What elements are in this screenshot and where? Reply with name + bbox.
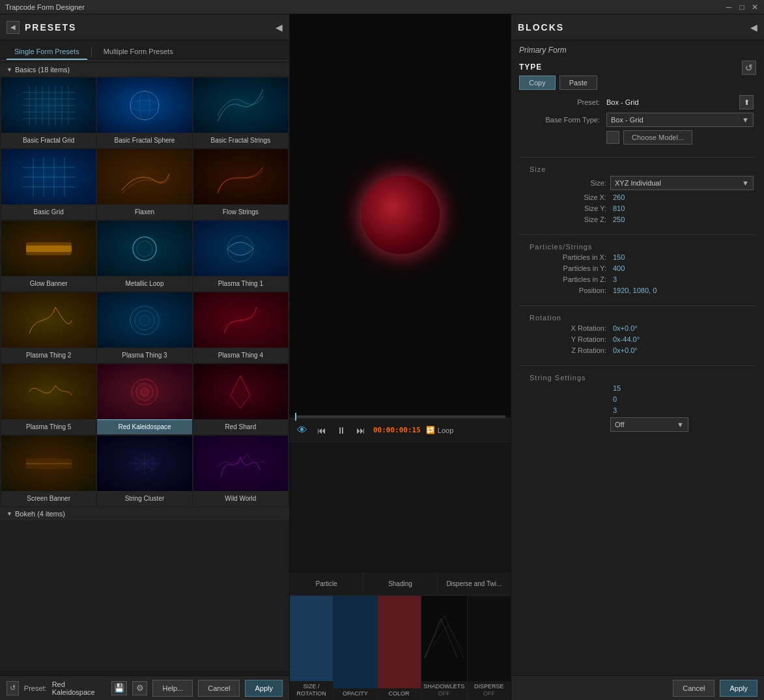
- size-type-dropdown[interactable]: XYZ Individual ▼: [610, 176, 754, 190]
- preset-thumbnail: [1, 221, 96, 276]
- preset-item-basic-fractal-sphere[interactable]: Basic Fractal Sphere: [97, 77, 191, 148]
- timeline-position: [295, 413, 296, 421]
- string-val3-value[interactable]: 3: [613, 406, 617, 414]
- preset-label: Glow Banner: [1, 276, 96, 291]
- preset-label: Flow Strings: [193, 204, 288, 219]
- base-form-dropdown[interactable]: Box - Grid ▼: [606, 113, 754, 127]
- dropdown-arrow: ▼: [742, 116, 749, 124]
- preset-export-button[interactable]: ⬆: [739, 95, 754, 109]
- particle-thumb-shadowlets[interactable]: SHADOWLETS OFF: [421, 596, 468, 700]
- preset-thumbnail: [97, 77, 191, 133]
- preset-item-plasma1[interactable]: Plasma Thing 1: [193, 221, 288, 291]
- size-y-row: Size Y: 810: [519, 204, 756, 212]
- size-y-value[interactable]: 810: [613, 204, 625, 212]
- preset-item-plasma3[interactable]: Plasma Thing 3: [97, 292, 191, 363]
- size-z-value[interactable]: 250: [613, 216, 625, 223]
- copy-button[interactable]: Copy: [519, 76, 556, 90]
- thumb-svg: [23, 301, 75, 340]
- preset-item-basic-grid[interactable]: Basic Grid: [1, 149, 96, 219]
- right-apply-button[interactable]: Apply: [720, 680, 757, 697]
- preset-item-red-kaleido[interactable]: Red Kaleidospace: [97, 364, 191, 434]
- preset-item-red-shard[interactable]: Red Shard: [193, 364, 288, 434]
- blocks-collapse-arrow[interactable]: ◀: [750, 22, 757, 33]
- tab-particle[interactable]: Particle: [290, 572, 363, 595]
- particle-thumb-size-rotation[interactable]: SIZE / ROTATION: [290, 596, 333, 700]
- timeline-bar[interactable]: [295, 415, 505, 418]
- presets-collapse-arrow[interactable]: ◀: [276, 22, 283, 33]
- preset-thumbnail: [97, 364, 191, 419]
- particles-header: Particles/Strings: [519, 240, 756, 253]
- loop-button[interactable]: 🔁 Loop: [426, 426, 453, 434]
- category-bokeh-label: Bokeh (4 items): [15, 510, 65, 518]
- string-dropdown[interactable]: Off ▼: [610, 417, 688, 432]
- preset-item-glow-banner[interactable]: Glow Banner: [1, 221, 96, 291]
- save-button[interactable]: 💾: [111, 681, 127, 695]
- x-rotation-row: X Rotation: 0x+0.0°: [519, 324, 756, 332]
- thumb-svg: [214, 229, 266, 268]
- category-basics[interactable]: ▼ Basics (18 items): [0, 63, 289, 76]
- cancel-button[interactable]: Cancel: [198, 680, 240, 697]
- tab-multiple-form[interactable]: Multiple Form Presets: [96, 44, 181, 60]
- presets-back-button[interactable]: ◀: [7, 21, 20, 34]
- reset-button[interactable]: ↺: [7, 681, 19, 695]
- tab-shading[interactable]: Shading: [363, 572, 437, 595]
- preset-thumbnail: [193, 292, 288, 348]
- preset-item-basic-fractal-grid[interactable]: Basic Fractal Grid: [1, 77, 96, 148]
- size-x-row: Size X: 260: [519, 193, 756, 201]
- skip-back-button[interactable]: ⏮: [315, 423, 329, 438]
- particle-thumb-disperse[interactable]: DISPERSE OFF: [468, 596, 511, 700]
- size-x-value[interactable]: 260: [613, 193, 625, 201]
- tab-disperse[interactable]: Disperse and Twi...: [438, 572, 511, 595]
- preset-item-metallic-loop[interactable]: Metallic Loop: [97, 221, 191, 291]
- skip-forward-button[interactable]: ⏭: [354, 423, 368, 438]
- preset-label: Plasma Thing 5: [1, 419, 96, 434]
- right-cancel-button[interactable]: Cancel: [673, 680, 714, 697]
- minimize-btn[interactable]: ─: [725, 3, 733, 11]
- choose-model-button[interactable]: Choose Model...: [623, 130, 692, 145]
- particles-x-value[interactable]: 150: [613, 253, 625, 261]
- preset-item-string-cluster[interactable]: String Cluster: [97, 436, 191, 506]
- reset-type-button[interactable]: ↺: [742, 61, 756, 75]
- preset-label: Basic Fractal Grid: [1, 133, 96, 148]
- preset-item-wild-world[interactable]: Wild World: [193, 436, 288, 506]
- preset-item-basic-fractal-strings[interactable]: Basic Fractal Strings: [193, 77, 288, 148]
- titlebar-title: Trapcode Form Designer: [5, 3, 85, 11]
- preset-item-flow-strings[interactable]: Flow Strings: [193, 149, 288, 219]
- particle-thumb-opacity[interactable]: OPACITY: [333, 596, 377, 700]
- preset-item-flaxen[interactable]: Flaxen: [97, 149, 191, 219]
- particles-y-value[interactable]: 400: [613, 264, 625, 272]
- close-btn[interactable]: ✕: [751, 3, 759, 11]
- help-button[interactable]: Help...: [152, 680, 193, 697]
- category-bokeh[interactable]: ▼ Bokeh (4 items): [0, 507, 289, 520]
- string-dropdown-value: Off: [615, 421, 624, 428]
- string-val2-value[interactable]: 0: [613, 395, 617, 403]
- x-rotation-value[interactable]: 0x+0.0°: [613, 324, 638, 332]
- preset-item-plasma5[interactable]: Plasma Thing 5: [1, 364, 96, 434]
- particles-y-label: Particles in Y:: [522, 264, 606, 272]
- particles-z-value[interactable]: 3: [613, 275, 617, 283]
- tab-single-form[interactable]: Single Form Presets: [7, 44, 87, 60]
- center-panel: 👁 ⏮ ⏸ ⏭ 00:00:00:15 🔁 Loop Particle Shad…: [290, 14, 511, 700]
- size-section: Size Size: XYZ Individual ▼ Size X: 260 …: [511, 161, 764, 231]
- rotation-header: Rotation: [519, 311, 756, 324]
- string-val1-value[interactable]: 15: [613, 384, 621, 392]
- pause-button[interactable]: ⏸: [334, 423, 348, 438]
- preset-item-screen-banner[interactable]: Screen Banner: [1, 436, 96, 506]
- blocks-title: BLOCKS: [518, 22, 564, 33]
- settings-button[interactable]: ⚙: [132, 681, 148, 695]
- eye-button[interactable]: 👁: [295, 423, 309, 438]
- size-type-label: Size:: [522, 179, 606, 187]
- paste-button[interactable]: Paste: [559, 76, 597, 90]
- string-dropdown-arrow: ▼: [677, 421, 684, 428]
- maximize-btn[interactable]: □: [738, 3, 746, 11]
- primary-form-title: Primary Form: [511, 40, 764, 57]
- apply-button[interactable]: Apply: [245, 680, 283, 697]
- position-value[interactable]: 1920, 1080, 0: [613, 287, 657, 294]
- y-rotation-value[interactable]: 0x-44.0°: [613, 335, 640, 343]
- preset-item-plasma2[interactable]: Plasma Thing 2: [1, 292, 96, 363]
- preset-label: Plasma Thing 1: [193, 276, 288, 291]
- particle-thumb-color[interactable]: COLOR: [378, 596, 421, 700]
- preset-item-plasma4[interactable]: Plasma Thing 4: [193, 292, 288, 363]
- type-buttons: Copy Paste: [519, 76, 756, 90]
- z-rotation-value[interactable]: 0x+0.0°: [613, 346, 638, 354]
